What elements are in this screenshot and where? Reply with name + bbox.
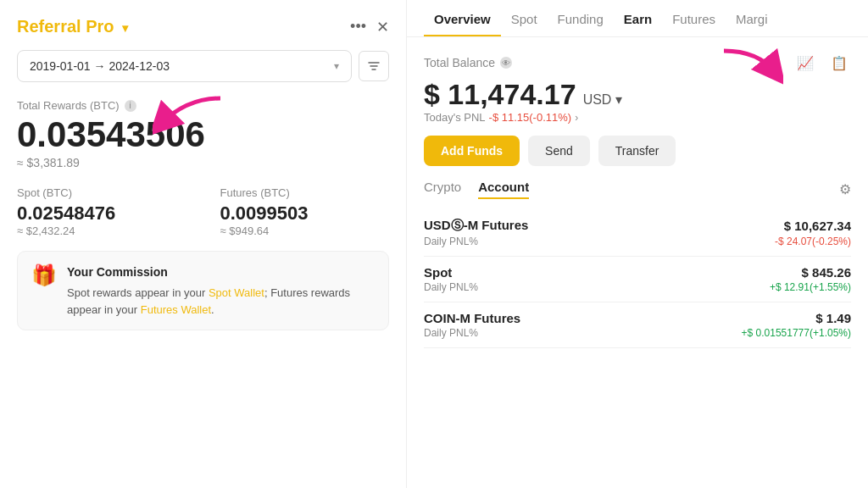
account-pnl-value: -$ 24.07(-0.25%)	[775, 236, 851, 247]
total-balance-value: $ 11,474.17 USD ▾	[424, 78, 851, 111]
futures-section: Futures (BTC) 0.0099503 ≈ $949.64	[220, 186, 390, 237]
transfer-button[interactable]: Transfer	[598, 136, 676, 166]
send-button[interactable]: Send	[528, 136, 590, 166]
account-item-row: Spot $ 845.26	[424, 265, 851, 280]
panel-title: Referral Pro ▾	[17, 17, 128, 36]
action-buttons: Add Funds Send Transfer	[424, 136, 851, 166]
nav-overview[interactable]: Overview	[424, 12, 501, 36]
pnl-row: Today's PNL -$ 11.15(-0.11%) ›	[424, 111, 851, 124]
tab-account[interactable]: Account	[478, 180, 529, 199]
top-nav: Overview Spot Funding Earn Futures Margi	[407, 0, 868, 37]
spot-wallet-link[interactable]: Spot Wallet	[209, 286, 264, 299]
commission-text-3: .	[211, 303, 214, 316]
left-panel: Referral Pro ▾ ••• ✕ 2019-01-01 → 2024-1…	[0, 0, 407, 488]
account-value: $ 10,627.34	[784, 219, 851, 233]
title-dropdown-icon[interactable]: ▾	[122, 21, 128, 35]
add-funds-button[interactable]: Add Funds	[424, 136, 520, 166]
more-options-icon[interactable]: •••	[350, 18, 366, 36]
futures-wallet-link[interactable]: Futures Wallet	[141, 303, 211, 316]
nav-futures[interactable]: Futures	[662, 12, 726, 36]
spot-label: Spot (BTC)	[17, 186, 186, 199]
pnl-more-icon[interactable]: ›	[575, 112, 578, 124]
account-tabs: Crypto Account	[424, 180, 529, 199]
account-name: COIN-M Futures	[424, 311, 520, 325]
account-pnl-row: Daily PNL% +$ 12.91(+1.55%)	[424, 280, 851, 293]
right-panel: Overview Spot Funding Earn Futures Margi…	[407, 0, 868, 488]
pink-arrow-left	[153, 90, 229, 141]
nav-earn[interactable]: Earn	[614, 12, 662, 36]
account-pnl-label: Daily PNL%	[424, 327, 478, 339]
commission-box: 🎁 Your Commission Spot rewards appear in…	[17, 251, 389, 330]
close-icon[interactable]: ✕	[376, 18, 389, 36]
account-pnl-row: Daily PNL% +$ 0.01551777(+1.05%)	[424, 325, 851, 339]
pink-arrow-svg	[715, 42, 783, 85]
account-item[interactable]: USDⓈ-M Futures $ 10,627.34 Daily PNL% -$…	[424, 209, 851, 257]
pink-arrow-right	[715, 42, 783, 88]
nav-spot[interactable]: Spot	[501, 12, 548, 36]
account-value: $ 845.26	[802, 265, 851, 280]
chart-icon[interactable]: 📈	[793, 51, 817, 75]
title-highlight: Pro	[86, 17, 114, 36]
rewards-info-icon[interactable]: i	[125, 100, 136, 112]
history-icon[interactable]: 📋	[827, 51, 851, 75]
date-range-text: 2019-01-01 → 2024-12-03	[30, 59, 170, 73]
account-pnl-label: Daily PNL%	[424, 236, 478, 247]
left-header: Referral Pro ▾ ••• ✕	[17, 17, 389, 36]
balance-row: Total Balance 👁 📈 📋	[424, 51, 851, 75]
header-icons: ••• ✕	[350, 18, 389, 36]
spot-futures-row: Spot (BTC) 0.02548476 ≈ $2,432.24 Future…	[17, 186, 389, 237]
filter-button[interactable]	[359, 51, 389, 81]
crypto-account-tabs: Crypto Account ⚙	[424, 180, 851, 199]
nav-funding[interactable]: Funding	[548, 12, 614, 36]
gear-icon[interactable]: ⚙	[839, 181, 851, 197]
pnl-value: -$ 11.15(-0.11%)	[489, 111, 572, 124]
account-items: USDⓈ-M Futures $ 10,627.34 Daily PNL% -$…	[424, 209, 851, 348]
account-item-row: COIN-M Futures $ 1.49	[424, 311, 851, 325]
account-name: Spot	[424, 265, 452, 280]
right-content: Total Balance 👁 📈 📋 $	[407, 37, 868, 488]
gift-icon: 🎁	[31, 263, 57, 287]
futures-usd: ≈ $949.64	[220, 225, 390, 237]
pnl-label: Today's PNL	[424, 111, 486, 124]
account-value: $ 1.49	[815, 311, 851, 325]
balance-label: Total Balance 👁	[424, 56, 512, 69]
spot-usd: ≈ $2,432.24	[17, 225, 186, 237]
commission-title: Your Commission	[67, 263, 375, 281]
futures-value: 0.0099503	[220, 202, 390, 225]
rewards-usd: ≈ $3,381.89	[17, 156, 389, 169]
commission-text: Your Commission Spot rewards appear in y…	[67, 263, 375, 318]
date-range-row: 2019-01-01 → 2024-12-03 ▾	[17, 50, 389, 82]
commission-text-1: Spot rewards appear in your	[67, 286, 209, 299]
account-item[interactable]: Spot $ 845.26 Daily PNL% +$ 12.91(+1.55%…	[424, 257, 851, 302]
title-text: Referral	[17, 17, 81, 36]
date-range-selector[interactable]: 2019-01-01 → 2024-12-03 ▾	[17, 50, 352, 82]
tab-crypto[interactable]: Crypto	[424, 180, 461, 199]
account-item[interactable]: COIN-M Futures $ 1.49 Daily PNL% +$ 0.01…	[424, 302, 851, 348]
account-pnl-value: +$ 12.91(+1.55%)	[770, 281, 851, 293]
account-pnl-value: +$ 0.01551777(+1.05%)	[742, 327, 851, 339]
account-pnl-label: Daily PNL%	[424, 281, 478, 293]
futures-label: Futures (BTC)	[220, 186, 390, 199]
balance-icons: 📈 📋	[793, 51, 851, 75]
account-name: USDⓈ-M Futures	[424, 218, 528, 234]
currency-badge[interactable]: USD ▾	[583, 92, 622, 108]
nav-margin[interactable]: Margi	[726, 12, 778, 36]
balance-info-icon[interactable]: 👁	[500, 57, 512, 69]
account-item-row: USDⓈ-M Futures $ 10,627.34	[424, 218, 851, 234]
spot-value: 0.02548476	[17, 202, 186, 225]
account-pnl-row: Daily PNL% -$ 24.07(-0.25%)	[424, 234, 851, 247]
rewards-section: Total Rewards (BTC) i 0.03543506 ≈ $3,38…	[17, 96, 389, 173]
spot-section: Spot (BTC) 0.02548476 ≈ $2,432.24	[17, 186, 186, 237]
filter-icon	[367, 59, 381, 73]
rewards-value-container: 0.03543506	[17, 115, 389, 154]
chevron-down-icon: ▾	[334, 60, 339, 72]
